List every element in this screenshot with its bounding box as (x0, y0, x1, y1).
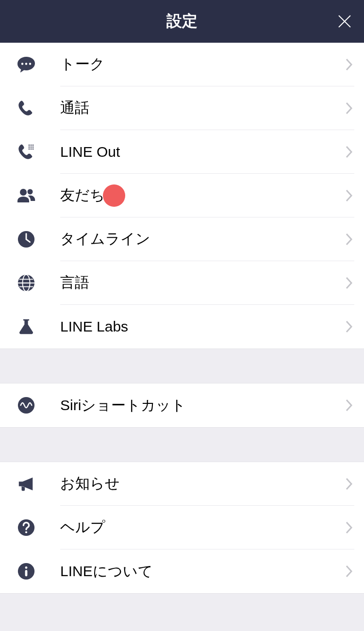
svg-point-4 (29, 63, 31, 65)
settings-item-label: LINEについて (60, 562, 153, 581)
svg-rect-26 (25, 570, 28, 576)
svg-point-8 (29, 147, 30, 148)
settings-item-label: LINE Out (60, 144, 120, 160)
chevron-right-icon (345, 523, 354, 532)
section-separator (0, 349, 364, 383)
chevron-right-icon (345, 60, 354, 69)
chat-icon (16, 54, 37, 75)
settings-item-friends[interactable]: 友だち (0, 174, 364, 217)
settings-item-timeline[interactable]: タイムライン (0, 217, 364, 261)
header: 設定 (0, 0, 364, 43)
page-title: 設定 (166, 11, 198, 32)
settings-section-1: トーク 通話 (0, 43, 364, 349)
svg-point-10 (33, 147, 34, 148)
settings-item-label: 通話 (60, 98, 89, 118)
phone-icon (16, 98, 37, 119)
svg-point-13 (33, 149, 34, 150)
svg-point-2 (21, 63, 23, 65)
svg-point-7 (33, 145, 34, 146)
svg-point-5 (29, 145, 30, 146)
chevron-right-icon (345, 566, 354, 576)
svg-point-6 (31, 145, 32, 146)
settings-item-label: ヘルプ (60, 517, 105, 537)
help-icon (16, 517, 37, 538)
svg-point-14 (20, 189, 27, 196)
settings-item-labs[interactable]: LINE Labs (0, 305, 364, 349)
settings-item-line-out[interactable]: LINE Out (0, 130, 364, 174)
friends-icon (16, 185, 37, 206)
settings-item-language[interactable]: 言語 (0, 261, 364, 305)
clock-icon (16, 229, 37, 250)
flask-icon (16, 316, 37, 337)
svg-point-11 (29, 149, 30, 150)
settings-item-label: 友だち (60, 185, 105, 205)
chevron-right-icon (345, 147, 354, 157)
svg-point-25 (25, 566, 28, 569)
svg-point-9 (31, 147, 32, 148)
svg-point-12 (31, 149, 32, 150)
svg-point-15 (28, 189, 33, 195)
settings-item-label: 言語 (60, 273, 89, 293)
close-icon (337, 14, 352, 29)
bottom-spacer (0, 593, 364, 630)
close-button[interactable] (334, 11, 355, 32)
svg-point-23 (25, 531, 27, 533)
chevron-right-icon (345, 400, 354, 410)
settings-item-label: Siriショートカット (60, 396, 186, 415)
siri-icon (16, 395, 37, 416)
settings-item-label: トーク (60, 54, 105, 74)
settings-item-news[interactable]: お知らせ (0, 462, 364, 506)
settings-item-about[interactable]: LINEについて (0, 549, 364, 593)
settings-item-talk[interactable]: トーク (0, 43, 364, 86)
info-icon (16, 561, 37, 582)
settings-item-help[interactable]: ヘルプ (0, 506, 364, 549)
settings-item-label: LINE Labs (60, 318, 128, 335)
settings-section-2: Siriショートカット (0, 383, 364, 427)
section-separator (0, 427, 364, 462)
settings-item-label: タイムライン (60, 229, 150, 249)
chevron-right-icon (345, 322, 354, 332)
svg-point-3 (25, 63, 27, 65)
svg-rect-20 (23, 319, 30, 321)
notification-badge (103, 184, 125, 207)
chevron-right-icon (345, 103, 354, 113)
settings-item-siri[interactable]: Siriショートカット (0, 383, 364, 427)
chevron-right-icon (345, 278, 354, 288)
chevron-right-icon (345, 234, 354, 244)
phone-out-icon (16, 141, 37, 163)
megaphone-icon (16, 473, 37, 495)
settings-item-label: お知らせ (60, 474, 120, 494)
settings-item-call[interactable]: 通話 (0, 86, 364, 130)
globe-icon (16, 272, 37, 294)
settings-section-3: お知らせ ヘルプ (0, 462, 364, 593)
chevron-right-icon (345, 479, 354, 489)
chevron-right-icon (345, 191, 354, 200)
